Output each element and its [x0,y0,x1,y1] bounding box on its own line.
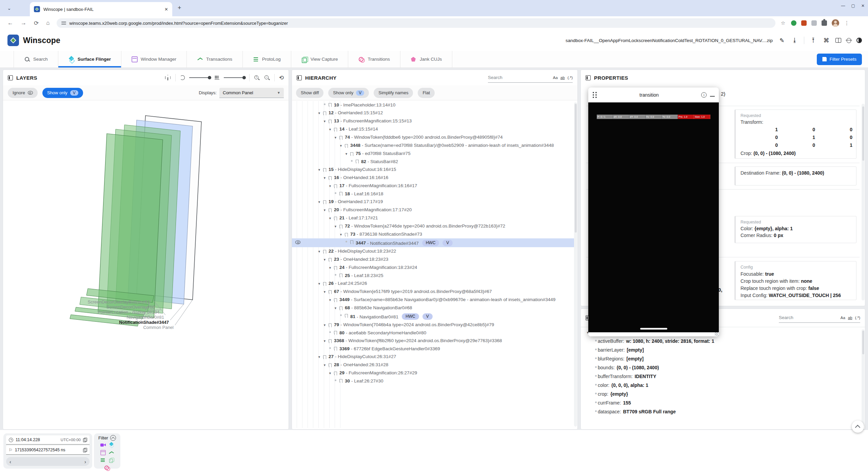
hierarchy-node-67[interactable]: ▼67- WindowToken{e5176f9 type=2019 andro… [292,288,574,296]
hierarchy-node-15[interactable]: ▼15- HideDisplayCutout:16:16#15 [292,165,574,174]
hierarchy-node-72[interactable]: ▼72- WindowToken{a2746de type=2040 andro… [292,222,574,230]
property-row-activeBuffer[interactable]: activeBuffer:w: 1080, h: 2400, stride: 2… [581,337,865,346]
scroll-right-icon[interactable]: › [84,459,86,465]
hierarchy-node-3449[interactable]: ▼3449- Surface(name=885b63e NavigationBa… [292,296,574,304]
hierarchy-node-3448[interactable]: ▼3448- Surface(name=ed70f88 StatusBar)/@… [292,141,574,150]
tab-transitions[interactable]: Transitions [348,51,400,67]
extensions-puzzle-icon[interactable] [822,20,827,26]
expand-arrow-icon[interactable]: ▼ [334,224,337,229]
expand-arrow-icon[interactable]: ▼ [339,143,343,149]
expand-arrow-icon[interactable]: ▼ [318,111,321,116]
pin-icon[interactable] [334,372,337,375]
expand-arrow-icon[interactable]: ▼ [329,216,332,221]
visibility-eye-icon[interactable] [295,240,300,244]
pin-icon[interactable] [334,128,337,132]
protolog-trace-icon[interactable] [100,457,106,463]
close-window-icon[interactable]: ✕ [861,3,865,8]
pin-icon[interactable] [334,347,337,351]
pin-icon[interactable] [329,363,332,367]
show-diff-chip[interactable]: Show diff [296,88,323,98]
expand-arrow-icon[interactable]: ▼ [329,127,332,132]
match-word-icon[interactable]: ab [560,76,565,80]
tab-jank-cujs[interactable]: Jank CUJs [400,51,452,67]
tab-search-chevron-icon[interactable]: ⌄ [5,4,14,13]
extension-icon-red[interactable] [801,20,807,26]
property-row-bounds[interactable]: bounds:(0, 0) - (1080, 2400) [581,363,865,372]
pin-icon[interactable] [329,103,332,107]
shortcuts-icon[interactable]: ⌘ [823,37,830,44]
properties-search-field[interactable]: Aa ab (.*) [779,313,860,323]
expand-arrow-icon[interactable]: ▼ [318,281,321,287]
property-row-crop[interactable]: crop:{empty} [581,390,865,398]
pin-icon[interactable] [339,307,342,310]
property-row-barrierLayer[interactable]: barrierLayer:[empty] [581,346,865,354]
documentation-icon[interactable] [835,38,841,43]
property-row-blurRegions[interactable]: blurRegions:[empty] [581,354,865,363]
hierarchy-node-73[interactable]: ▼73- 8736138 NotificationShade#73 [292,230,574,238]
expand-arrow-icon[interactable]: ▼ [323,175,327,181]
home-button[interactable]: ⌂ [46,20,50,26]
screen-recording-trace-icon[interactable] [100,442,106,448]
filter-presets-button[interactable]: Filter Presets [817,54,862,65]
hierarchy-node-30[interactable]: 30- Leaf:26:27#30 [292,377,574,385]
ignore-chip[interactable]: Ignore [8,88,38,98]
expand-timeline-fab[interactable] [852,420,864,433]
collapse-panel-icon[interactable] [586,75,591,80]
hierarchy-node-12[interactable]: ▼12- OneHanded:15:15#12 [292,109,574,117]
hierarchy-node-16[interactable]: ▼16- OneHanded:16:16#16 [292,174,574,182]
expand-arrow-icon[interactable]: ▼ [329,297,332,303]
pin-icon[interactable] [323,200,326,204]
pin-icon[interactable] [323,282,326,286]
expand-arrow-icon[interactable]: ▼ [323,119,327,124]
pin-icon[interactable] [329,323,332,327]
pin-icon[interactable] [339,225,342,229]
layer-rect-green-1[interactable] [98,134,163,318]
hierarchy-node-14[interactable]: ▼14- Leaf:15:15#14 [292,125,574,133]
regex-icon[interactable]: (.*) [855,316,860,320]
hierarchy-node-79[interactable]: ▼79- WindowToken{7046b4a type=2024 andro… [292,321,574,329]
pin-icon[interactable] [339,136,342,140]
resize-handle[interactable] [715,332,718,336]
expand-arrow-icon[interactable]: ▼ [329,371,332,376]
hierarchy-node-3369[interactable]: 3369- 67726bf EdgeBackGestureHandler0#33… [292,345,574,353]
hierarchy-node-74[interactable]: ▼74- WindowToken{fdddbe6 type=2000 andro… [292,133,574,141]
transitions-trace-icon[interactable] [104,465,110,470]
collapse-filter-icon[interactable] [110,435,116,441]
match-case-icon[interactable]: Aa [841,316,845,320]
regex-icon[interactable]: (.*) [568,76,573,80]
pin-icon[interactable] [323,168,326,172]
reset-view-icon[interactable]: ⟳ [279,74,284,81]
pin-icon[interactable] [329,339,332,343]
hierarchy-node-68[interactable]: ▼68- 885b63e NavigationBar0#68 [292,304,574,312]
rotation-slider[interactable] [189,77,210,78]
copy-time-icon[interactable] [83,438,87,442]
hierarchy-node-21[interactable]: ▼21- Leaf:17:17#21 [292,214,574,222]
new-tab-button[interactable]: + [178,5,181,11]
pin-icon[interactable] [339,379,342,383]
surface-flinger-trace-icon[interactable] [109,442,114,448]
pin-icon[interactable] [323,355,326,359]
pin-icon[interactable] [329,209,332,212]
edit-file-icon[interactable]: ✎ [778,37,786,44]
pin-icon[interactable] [334,266,337,270]
upload-icon[interactable]: ⭱︎ [810,37,817,44]
tab-protolog[interactable]: ProtoLog [243,51,291,67]
expand-arrow-icon[interactable]: ▼ [318,249,321,254]
expand-arrow-icon[interactable]: ▼ [334,135,337,140]
site-settings-icon[interactable] [61,21,66,25]
hierarchy-node-17[interactable]: ▼17- FullscreenMagnification:16:16#17 [292,182,574,190]
hierarchy-node-26[interactable]: ▼26- Leaf:24:25#26 [292,279,574,288]
hierarchy-node-18[interactable]: 18- Leaf:16:16#18 [292,190,574,198]
pin-icon[interactable] [329,290,332,294]
minimize-icon[interactable]: — [841,3,845,8]
url-bar[interactable]: winscope.teams.x20web.corp.google.com/pr… [57,18,775,28]
pin-icon[interactable] [323,112,326,115]
expand-arrow-icon[interactable]: ▼ [329,183,332,189]
tab-window-manager[interactable]: Window Manager [121,51,187,67]
hierarchy-search-field[interactable]: Aa ab (.*) [488,73,573,83]
curr-properties-scrollbar[interactable] [862,329,865,427]
info-icon[interactable]: i [701,92,707,98]
copy-ns-icon[interactable] [83,448,87,452]
hierarchy-node-75[interactable]: ▼75- ed70f88 StatusBar#75 [292,150,574,158]
expand-arrow-icon[interactable]: ▼ [334,306,337,311]
